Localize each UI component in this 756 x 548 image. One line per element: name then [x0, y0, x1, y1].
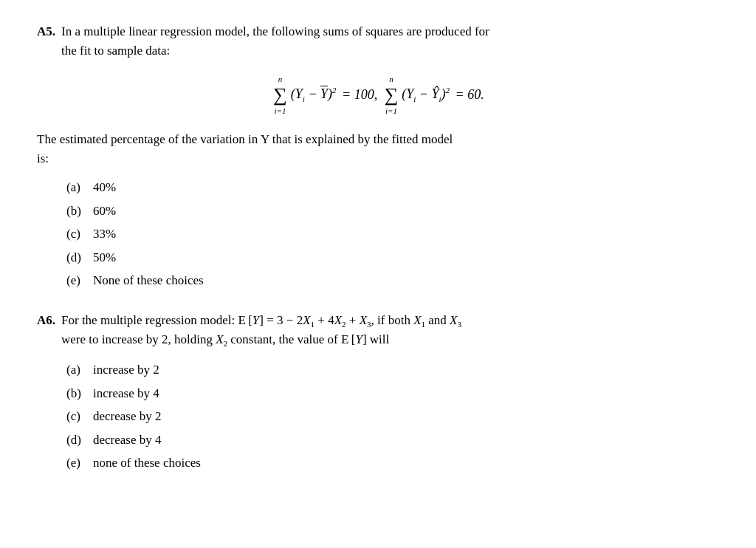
q6-choice-a: (a) increase by 2	[66, 360, 719, 380]
q5-intro: A5. In a multiple linear regression mode…	[37, 22, 719, 60]
q5-choice-d-text: 50%	[93, 248, 116, 267]
q5-text-line1: In a multiple linear regression model, t…	[61, 22, 489, 41]
q5-choice-b: (b) 60%	[66, 202, 719, 221]
q5-choice-c-text: 33%	[93, 225, 116, 244]
q6-choice-d: (d) decrease by 4	[66, 431, 719, 450]
q6-label: A6.	[37, 311, 55, 351]
q5-choices: (a) 40% (b) 60% (c) 33% (d) 50% (e) None…	[66, 178, 719, 290]
q5-formula: n ∑ i=1 (Yi − Y)2 = 100, n ∑ i=1 (Yi − Ŷ…	[37, 73, 719, 117]
q5-choice-b-label: (b)	[66, 202, 89, 221]
q6-choice-b-text: increase by 4	[93, 384, 159, 403]
q6-choice-e-label: (e)	[66, 453, 89, 473]
q5-text-line2: the fit to sample data:	[61, 41, 489, 61]
q5-choice-a: (a) 40%	[66, 178, 719, 197]
q6-choice-e: (e) none of these choices	[66, 453, 719, 473]
q6-choice-b-label: (b)	[66, 384, 89, 403]
sigma1: n ∑ i=1	[273, 73, 287, 117]
q5-choice-a-text: 40%	[93, 178, 116, 197]
q6-choice-e-text: none of these choices	[93, 453, 201, 473]
q6-choice-a-label: (a)	[66, 360, 89, 380]
q6-choice-b: (b) increase by 4	[66, 384, 719, 403]
q6-choice-a-text: increase by 2	[93, 360, 159, 380]
q6-text-line2: were to increase by 2, holding X2 consta…	[61, 330, 461, 350]
q5-followup: The estimated percentage of the variatio…	[37, 130, 719, 168]
q6-choice-c: (c) decrease by 2	[66, 407, 719, 426]
q6-choice-c-text: decrease by 2	[93, 407, 162, 426]
q6-text: For the multiple regression model: E [Y]…	[61, 311, 461, 351]
q5-choice-e: (e) None of these choices	[66, 271, 719, 290]
q6-intro: A6. For the multiple regression model: E…	[37, 311, 719, 351]
q5-choice-d-label: (d)	[66, 248, 89, 267]
q5-choice-c: (c) 33%	[66, 225, 719, 244]
q5-choice-d: (d) 50%	[66, 248, 719, 267]
q5-choice-e-label: (e)	[66, 271, 89, 290]
q5-choice-c-label: (c)	[66, 225, 89, 244]
q5-followup-line1: The estimated percentage of the variatio…	[37, 130, 719, 149]
q5-choice-e-text: None of these choices	[93, 271, 204, 290]
q6-choices: (a) increase by 2 (b) increase by 4 (c) …	[66, 360, 719, 473]
question-a6: A6. For the multiple regression model: E…	[37, 311, 719, 473]
q5-label: A5.	[37, 22, 55, 60]
q6-choice-c-label: (c)	[66, 407, 89, 426]
q5-followup-line2: is:	[37, 149, 719, 168]
q5-text: In a multiple linear regression model, t…	[61, 22, 489, 60]
q5-choice-b-text: 60%	[93, 202, 116, 221]
q6-choice-d-label: (d)	[66, 431, 89, 450]
q6-text-line1: For the multiple regression model: E [Y]…	[61, 311, 461, 331]
q6-choice-d-text: decrease by 4	[93, 431, 162, 450]
q5-choice-a-label: (a)	[66, 178, 89, 197]
question-a5: A5. In a multiple linear regression mode…	[37, 22, 719, 290]
sigma2: n ∑ i=1	[385, 73, 399, 117]
